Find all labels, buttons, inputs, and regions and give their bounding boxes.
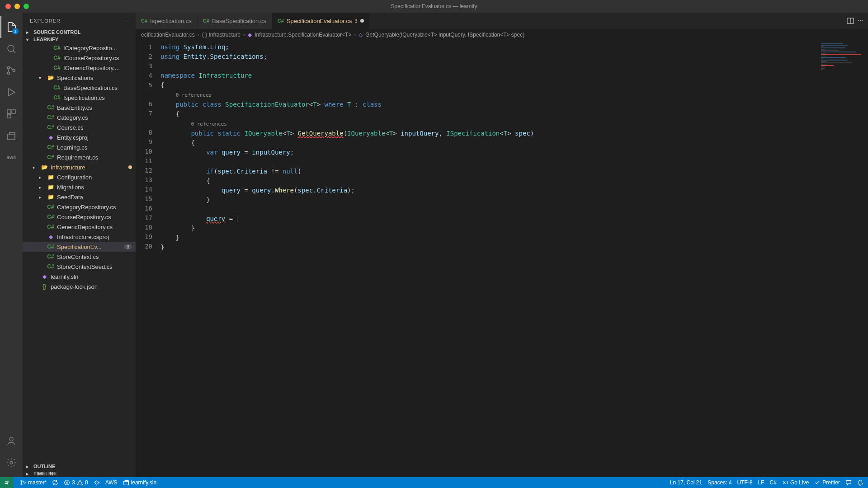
tree-file[interactable]: C#BaseEntity.cs — [23, 103, 136, 113]
solution-activity-icon[interactable] — [0, 125, 22, 146]
tree-item-label: IGenericRepository.... — [63, 65, 120, 71]
cs-icon: C# — [53, 45, 61, 51]
chevron-icon: ▸ — [39, 195, 44, 200]
tree-folder[interactable]: ▸📁Configuration — [23, 172, 136, 182]
code-content[interactable]: using System.Linq; using Entity.Specific… — [160, 41, 818, 477]
split-editor-icon[interactable] — [847, 17, 854, 24]
debug-status[interactable] — [94, 479, 100, 486]
tree-file[interactable]: C#ICourseRepository.cs — [23, 53, 136, 63]
breadcrumbs[interactable]: ecificationEvaluator.cs › { } Infrastruc… — [136, 29, 868, 41]
settings-activity-icon[interactable] — [0, 452, 22, 474]
class-icon: ◆ — [248, 32, 252, 38]
sln-status[interactable]: learnify.sln — [123, 479, 156, 486]
tree-file[interactable]: C#CourseRepository.cs — [23, 212, 136, 222]
eol-status[interactable]: LF — [758, 479, 764, 486]
tree-item-label: Requirement.cs — [57, 154, 98, 161]
editor-tab[interactable]: C#BaseSpecification.cs — [198, 13, 272, 29]
editor-tab[interactable]: C#SpecificationEvaluator.cs3 — [272, 13, 370, 29]
source-control-activity-icon[interactable] — [0, 60, 22, 81]
tree-item-label: BaseSpecification.cs — [63, 84, 118, 91]
notifications-icon[interactable] — [857, 479, 863, 486]
titlebar: SpecificationEvaluator.cs — learnify — [0, 0, 868, 13]
tree-file[interactable]: C#StoreContext.cs — [23, 252, 136, 262]
explorer-badge: 1 — [12, 28, 19, 34]
more-actions-icon[interactable]: ⋯ — [858, 17, 863, 24]
tree-file[interactable]: {}package-lock.json — [23, 282, 136, 291]
chevron-right-icon: ▸ — [26, 30, 32, 35]
svg-rect-6 — [7, 114, 11, 118]
csharp-icon: C# — [203, 18, 209, 23]
tree-file[interactable]: C#IGenericRepository.... — [23, 63, 136, 73]
tree-file[interactable]: ◆learnify.sln — [23, 272, 136, 282]
tree-file[interactable]: C#Course.cs — [23, 122, 136, 132]
sln-icon: ◆ — [47, 234, 54, 240]
run-debug-activity-icon[interactable] — [0, 81, 22, 103]
tree-file[interactable]: ◆Entity.csproj — [23, 132, 136, 142]
breadcrumb-item[interactable]: Infrastructure.SpecificationEvaluator<T> — [255, 32, 351, 38]
search-activity-icon[interactable] — [0, 38, 22, 60]
cs-icon: C# — [47, 224, 54, 230]
tree-file[interactable]: C#Category.cs — [23, 113, 136, 122]
tree-folder[interactable]: ▾📂Specifications — [23, 73, 136, 83]
prettier-status[interactable]: Prettier — [814, 479, 840, 486]
source-control-section[interactable]: ▸ SOURCE CONTROL — [23, 28, 136, 36]
tree-item-label: CourseRepository.cs — [57, 214, 111, 221]
chevron-right-icon: ▸ — [26, 471, 32, 476]
svg-rect-16 — [123, 481, 128, 485]
tree-file[interactable]: C#CategoryRepository.cs — [23, 202, 136, 212]
encoding-status[interactable]: UTF-8 — [737, 479, 753, 486]
close-window-button[interactable] — [5, 4, 11, 9]
timeline-section[interactable]: ▸ TIMELINE — [23, 470, 136, 477]
editor-tab[interactable]: C#Ispecification.cs — [136, 13, 198, 29]
chevron-icon: ▸ — [39, 185, 44, 190]
problems-status[interactable]: 3 0 — [64, 479, 88, 486]
explorer-activity-icon[interactable]: 1 — [0, 16, 22, 38]
tab-label: Ispecification.cs — [150, 18, 192, 24]
accounts-activity-icon[interactable] — [0, 430, 22, 452]
tree-folder[interactable]: ▸📁SeedData — [23, 192, 136, 202]
tree-item-label: Course.cs — [57, 124, 84, 131]
sidebar-more-icon[interactable]: ⋯ — [123, 18, 128, 23]
tree-folder[interactable]: ▸📁Migrations — [23, 182, 136, 192]
tree-item-label: Learning.cs — [57, 144, 87, 151]
tree-file[interactable]: ◆Infrastructure.csproj — [23, 232, 136, 242]
project-section[interactable]: ▾ LEARNIFY — [23, 36, 136, 43]
tree-file[interactable]: C#Ispecification.cs — [23, 93, 136, 103]
code-editor[interactable]: 12345 67 891011121314151617181920 using … — [136, 41, 868, 477]
sync-status[interactable] — [52, 479, 58, 486]
aws-activity-icon[interactable]: aws — [0, 146, 22, 168]
tree-file[interactable]: C#Requirement.cs — [23, 152, 136, 162]
svg-rect-4 — [7, 110, 11, 113]
tree-folder[interactable]: ▾📂Infrastructure — [23, 162, 136, 172]
sln-icon: ◆ — [41, 273, 48, 280]
git-branch-status[interactable]: master* — [20, 479, 47, 486]
maximize-window-button[interactable] — [24, 4, 29, 9]
svg-point-17 — [784, 482, 786, 483]
tree-item-label: ICategoryReposito... — [63, 45, 117, 52]
extensions-activity-icon[interactable] — [0, 103, 22, 125]
aws-status[interactable]: AWS — [105, 479, 118, 486]
file-tree[interactable]: C#ICategoryReposito...C#ICourseRepositor… — [23, 43, 136, 463]
minimap[interactable] — [818, 41, 868, 477]
cursor-position-status[interactable]: Ln 17, Col 21 — [670, 479, 702, 486]
json-icon: {} — [41, 283, 48, 290]
breadcrumb-item[interactable]: GetQueryable(IQueryable<T> inputQuery, I… — [365, 32, 524, 38]
cs-icon: C# — [47, 214, 54, 220]
indentation-status[interactable]: Spaces: 4 — [708, 479, 731, 486]
feedback-icon[interactable] — [845, 479, 852, 486]
tree-file[interactable]: C#SpecificationEv...3 — [23, 242, 136, 252]
tree-item-label: ICourseRepository.cs — [63, 55, 119, 61]
tree-file[interactable]: C#Learning.cs — [23, 142, 136, 152]
outline-section[interactable]: ▸ OUTLINE — [23, 463, 136, 470]
remote-indicator[interactable] — [0, 477, 14, 488]
tree-file[interactable]: C#GenericRepository.cs — [23, 222, 136, 232]
minimize-window-button[interactable] — [14, 4, 20, 9]
svg-point-9 — [10, 461, 13, 464]
go-live-status[interactable]: Go Live — [782, 479, 809, 486]
breadcrumb-item[interactable]: ecificationEvaluator.cs — [141, 32, 195, 38]
tree-file[interactable]: C#BaseSpecification.cs — [23, 83, 136, 93]
language-status[interactable]: C# — [770, 479, 777, 486]
breadcrumb-item[interactable]: { } Infrastructure — [202, 32, 241, 38]
tree-file[interactable]: C#ICategoryReposito... — [23, 43, 136, 53]
tree-file[interactable]: C#StoreContextSeed.cs — [23, 262, 136, 272]
